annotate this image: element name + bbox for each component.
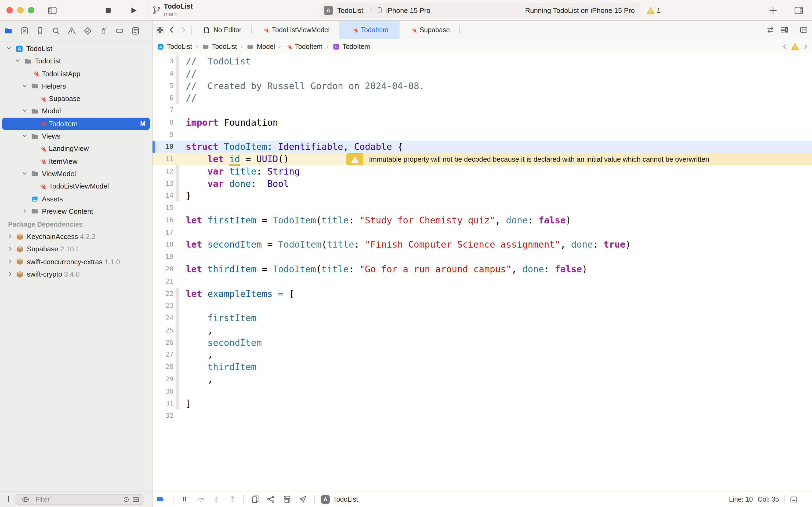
sidebar-item-assets[interactable]: Assets xyxy=(0,192,152,205)
run-button[interactable] xyxy=(128,5,138,15)
code-line-16[interactable]: 16let firstItem = TodoItem(title: "Study… xyxy=(153,214,812,227)
pause-execution-icon[interactable] xyxy=(180,495,189,504)
toggle-right-sidebar-icon[interactable] xyxy=(794,5,804,15)
adjust-editor-options-icon[interactable] xyxy=(780,25,789,35)
sidebar-item-landingview[interactable]: LandingView xyxy=(0,143,152,155)
find-navigator-icon[interactable] xyxy=(52,26,61,36)
add-file-icon[interactable] xyxy=(4,495,13,503)
code-line-15[interactable]: 15 xyxy=(153,202,812,214)
code-line-32[interactable]: 32 xyxy=(153,410,812,422)
package-item-supabase[interactable]: Supabase 2.10.1 xyxy=(0,243,152,256)
scheme-name[interactable]: TodoList xyxy=(337,3,363,18)
disclosure-right-icon[interactable] xyxy=(21,208,27,214)
code-line-27[interactable]: 27 , xyxy=(153,349,812,361)
disclosure-right-icon[interactable] xyxy=(7,271,13,277)
memory-graph-icon[interactable] xyxy=(267,495,276,504)
code-line-26[interactable]: 26 secondItem xyxy=(153,336,812,349)
filter-options-icon[interactable] xyxy=(19,496,32,503)
code-line-29[interactable]: 29 , xyxy=(153,373,812,386)
sidebar-item-supabase[interactable]: Supabase xyxy=(0,92,152,105)
code-line-3[interactable]: 3// TodoList xyxy=(153,55,812,68)
step-into-icon[interactable] xyxy=(212,495,221,504)
code-line-11[interactable]: 11 let id = UUID()Immutable property wil… xyxy=(153,153,812,165)
code-line-4[interactable]: 4// xyxy=(153,68,812,80)
sidebar-item-helpers[interactable]: Helpers xyxy=(0,80,152,93)
source-editor[interactable]: 3// TodoList4//5// Created by Russell Go… xyxy=(153,54,812,491)
breadcrumb-item[interactable]: Model xyxy=(246,43,275,50)
bookmark-navigator-icon[interactable] xyxy=(36,26,45,36)
sidebar-item-todoitem[interactable]: TodoItemM xyxy=(0,118,152,130)
window-close-button[interactable] xyxy=(6,7,13,13)
code-line-14[interactable]: 14} xyxy=(153,190,812,202)
code-line-22[interactable]: 22let exampleItems = [ xyxy=(153,288,812,300)
code-line-12[interactable]: 12 var title: String xyxy=(153,165,812,178)
disclosure-right-icon[interactable] xyxy=(7,233,13,239)
code-line-9[interactable]: 9 xyxy=(153,129,812,141)
source-control-status-filter-icon[interactable] xyxy=(131,496,140,503)
package-item-keychainaccess[interactable]: KeychainAccess 4.2.2 xyxy=(0,230,152,243)
editor-tab-todoitem[interactable]: TodoItem xyxy=(339,21,400,39)
sidebar-item-preview-content[interactable]: Preview Content xyxy=(0,205,152,218)
disclosure-down-icon[interactable] xyxy=(14,58,21,64)
window-minimize-button[interactable] xyxy=(17,7,23,13)
breakpoints-toggle-icon[interactable] xyxy=(155,495,166,504)
simulate-location-icon[interactable] xyxy=(298,495,307,504)
editor-layout-grid-icon[interactable] xyxy=(156,25,164,34)
breadcrumb-item[interactable]: ATodoList xyxy=(157,43,192,50)
code-review-icon[interactable] xyxy=(766,25,775,35)
editor-tab-no-editor[interactable]: No Editor xyxy=(193,21,252,39)
source-control-navigator-icon[interactable] xyxy=(19,26,29,36)
disclosure-right-icon[interactable] xyxy=(7,258,13,265)
code-line-28[interactable]: 28 thirdItem xyxy=(153,361,812,373)
code-line-30[interactable]: 30 xyxy=(153,385,812,398)
disclosure-down-icon[interactable] xyxy=(6,45,12,52)
sidebar-item-views[interactable]: Views xyxy=(0,130,152,143)
code-line-31[interactable]: 31] xyxy=(153,398,812,410)
code-line-17[interactable]: 17 xyxy=(153,226,812,239)
code-line-8[interactable]: 8import Foundation xyxy=(153,117,812,129)
sidebar-item-itemview[interactable]: ItemView xyxy=(0,155,152,168)
destination-name[interactable]: iPhone 15 Pro xyxy=(386,3,430,18)
editor-tab-supabase[interactable]: Supabase xyxy=(400,21,460,39)
editor-tab-todolistviewmodel[interactable]: TodoListViewModel xyxy=(252,21,339,39)
issue-warning-icon[interactable] xyxy=(791,43,799,51)
debug-navigator-icon[interactable] xyxy=(99,26,108,36)
breadcrumb-item[interactable]: TodoList xyxy=(201,43,237,50)
toggle-left-sidebar-icon[interactable] xyxy=(47,5,57,15)
code-line-13[interactable]: 13 var done: Bool xyxy=(153,177,812,190)
step-over-icon[interactable] xyxy=(196,495,205,504)
back-icon[interactable] xyxy=(168,26,176,34)
breakpoint-navigator-icon[interactable] xyxy=(115,26,124,36)
code-line-10[interactable]: 10struct TodoItem: Identifiable, Codable… xyxy=(153,141,812,153)
sidebar-item-viewmodel[interactable]: ViewModel xyxy=(0,168,152,180)
disclosure-down-icon[interactable] xyxy=(21,133,27,139)
add-editor-icon[interactable] xyxy=(799,25,808,35)
code-line-25[interactable]: 25 , xyxy=(153,324,812,337)
code-line-6[interactable]: 6// xyxy=(153,92,812,105)
code-line-7[interactable]: 7 xyxy=(153,104,812,117)
code-line-24[interactable]: 24 firstItem xyxy=(153,312,812,324)
warning-count-badge[interactable]: 1 xyxy=(647,0,660,20)
package-item-swift-crypto[interactable]: swift-crypto 3.4.0 xyxy=(0,268,152,281)
stop-button[interactable] xyxy=(104,6,113,15)
breadcrumb-item[interactable]: STodoItem xyxy=(332,43,370,50)
activity-status-bar[interactable]: A TodoList 〉 iPhone 15 Pro Running TodoL… xyxy=(320,3,640,18)
code-line-5[interactable]: 5// Created by Russell Gordon on 2024-04… xyxy=(153,80,812,92)
environment-overrides-icon[interactable] xyxy=(282,495,291,504)
code-line-23[interactable]: 23 xyxy=(153,300,812,312)
disclosure-down-icon[interactable] xyxy=(21,108,27,114)
recent-files-icon[interactable] xyxy=(122,496,130,503)
disclosure-down-icon[interactable] xyxy=(21,83,27,89)
disclosure-down-icon[interactable] xyxy=(21,170,27,177)
sidebar-item-todolist[interactable]: TodoList xyxy=(0,55,152,68)
test-navigator-icon[interactable] xyxy=(83,26,93,36)
inline-warning-icon-chip[interactable] xyxy=(346,153,363,165)
library-add-icon[interactable] xyxy=(768,5,778,15)
code-line-19[interactable]: 19 xyxy=(153,251,812,264)
package-item-swift-concurrency-extras[interactable]: swift-concurrency-extras 1.1.0 xyxy=(0,256,152,268)
window-zoom-button[interactable] xyxy=(28,7,35,13)
filter-field[interactable] xyxy=(15,494,143,505)
disclosure-right-icon[interactable] xyxy=(7,246,13,252)
view-hierarchy-icon[interactable] xyxy=(250,495,259,504)
filter-input[interactable] xyxy=(35,495,121,504)
